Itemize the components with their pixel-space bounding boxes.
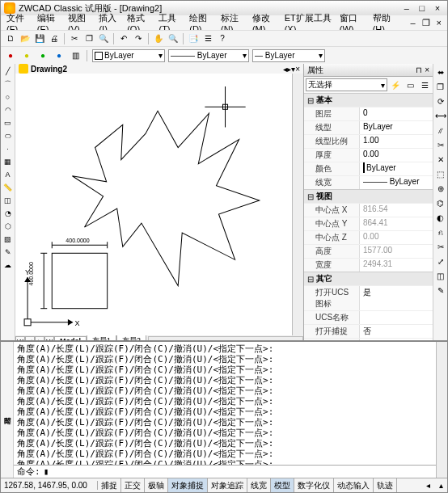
- minimize-button[interactable]: –: [400, 3, 413, 13]
- prop-layer-val[interactable]: 0: [359, 107, 433, 120]
- color-combo[interactable]: ByLayer▾: [92, 49, 165, 62]
- prop-linetype-val[interactable]: ByLayer: [359, 121, 433, 134]
- new-icon[interactable]: 🗋: [4, 32, 17, 45]
- more4-icon[interactable]: ▧: [2, 234, 14, 245]
- linetype-combo[interactable]: ——— ByLayer▾: [168, 49, 249, 62]
- layer-iso-icon[interactable]: ▥: [69, 49, 82, 62]
- layer-red-icon[interactable]: ●: [4, 49, 17, 62]
- arc-icon[interactable]: ◠: [2, 104, 14, 116]
- zoom-icon[interactable]: 🔍: [167, 32, 180, 45]
- prop-snap-val[interactable]: 否: [359, 325, 433, 338]
- pan-icon[interactable]: ✋: [152, 32, 165, 45]
- trim-icon[interactable]: ✂: [434, 138, 447, 151]
- close-button[interactable]: ×: [431, 3, 444, 13]
- mod5-icon[interactable]: ⎌: [434, 225, 447, 238]
- mod3-icon[interactable]: ⌬: [434, 196, 447, 209]
- layer-blue-icon[interactable]: ●: [53, 49, 66, 62]
- mod7-icon[interactable]: ⤢: [434, 255, 447, 268]
- prop-ucsname-val[interactable]: [359, 311, 433, 324]
- more1-icon[interactable]: ◫: [2, 195, 14, 206]
- point-icon[interactable]: ·: [2, 143, 14, 154]
- status-极轴[interactable]: 极轴: [145, 478, 168, 492]
- move-icon[interactable]: ⬌: [434, 65, 447, 78]
- rect-icon[interactable]: ▭: [2, 117, 14, 129]
- lineweight-combo[interactable]: — ByLayer▾: [252, 49, 325, 62]
- more5-icon[interactable]: ✎: [2, 247, 14, 258]
- select-objects-icon[interactable]: ▭: [404, 78, 416, 91]
- command-line[interactable]: 命令: ▮: [14, 465, 436, 478]
- mod2-icon[interactable]: ⊕: [434, 182, 447, 195]
- cut-icon[interactable]: ✂: [68, 32, 81, 45]
- layout1-tab[interactable]: 布局1: [87, 335, 116, 340]
- doc-close-icon[interactable]: ×: [295, 65, 300, 74]
- mod6-icon[interactable]: ✂: [434, 240, 447, 253]
- quick-select-icon[interactable]: ⚡: [389, 78, 402, 91]
- undo-icon[interactable]: ↶: [117, 32, 130, 45]
- mod4-icon[interactable]: ◐: [434, 211, 447, 224]
- status-模型[interactable]: 模型: [271, 478, 294, 492]
- canvas-vscroll[interactable]: [292, 74, 303, 335]
- rotate-icon[interactable]: ⟳: [434, 95, 447, 107]
- dist-icon[interactable]: 📏: [2, 182, 14, 193]
- prop-ltscale-val[interactable]: 1.00: [359, 135, 433, 148]
- mirror-icon[interactable]: ⟷: [434, 109, 447, 122]
- mdi-restore-button[interactable]: ❐: [420, 18, 433, 28]
- find-icon[interactable]: 🔍: [97, 32, 110, 45]
- open-icon[interactable]: 📂: [19, 32, 32, 45]
- maximize-button[interactable]: □: [416, 3, 429, 13]
- save-icon[interactable]: 💾: [33, 32, 46, 45]
- document-tab[interactable]: Drawing2 ◂ ▸ ▾ ×: [15, 64, 303, 74]
- selection-combo[interactable]: 无选择▾: [306, 78, 387, 91]
- cmd-vscroll[interactable]: [436, 342, 447, 478]
- status-up-icon[interactable]: ▴: [434, 479, 447, 492]
- status-轨迹[interactable]: 轨迹: [374, 478, 397, 492]
- mod8-icon[interactable]: ◫: [434, 269, 447, 282]
- status-对象捕捉[interactable]: 对象捕捉: [168, 478, 208, 492]
- more6-icon[interactable]: ☁: [2, 259, 14, 271]
- line-icon[interactable]: ╱: [2, 65, 14, 77]
- copy2-icon[interactable]: ❐: [434, 80, 447, 93]
- status-对象追踪[interactable]: 对象追踪: [208, 478, 247, 492]
- status-left-icon[interactable]: ◂: [421, 479, 434, 492]
- erase-icon[interactable]: ✕: [434, 153, 447, 166]
- print-icon[interactable]: 🖨: [48, 32, 61, 45]
- layout2-tab[interactable]: 布局2: [116, 335, 146, 340]
- pline-icon[interactable]: ⌒: [2, 78, 14, 90]
- layers-icon[interactable]: 📑: [187, 32, 200, 45]
- more3-icon[interactable]: ⬡: [2, 221, 14, 232]
- prop-close-icon[interactable]: ×: [425, 65, 429, 74]
- pickadd-icon[interactable]: ☰: [418, 78, 431, 91]
- help-icon[interactable]: ?: [216, 32, 229, 45]
- mdi-minimize-button[interactable]: –: [408, 18, 417, 27]
- offset-icon[interactable]: ⫽: [434, 124, 447, 137]
- status-正交[interactable]: 正交: [121, 478, 145, 492]
- copy-icon[interactable]: ❐: [82, 32, 95, 45]
- prop-color-val[interactable]: ByLayer: [359, 162, 433, 175]
- status-捕捉[interactable]: 捕捉: [98, 478, 121, 492]
- mod9-icon[interactable]: ✎: [434, 284, 447, 297]
- coords-display[interactable]: 1267.58, 1467.95, 0.00: [1, 481, 98, 490]
- drawing-canvas[interactable]: 400.0000 400.0000 X Y: [15, 74, 292, 335]
- mod1-icon[interactable]: ⬚: [434, 167, 447, 180]
- more2-icon[interactable]: ◔: [2, 208, 14, 219]
- prop-thickness-val[interactable]: 0.00: [359, 149, 433, 162]
- group-other[interactable]: 其它: [304, 272, 433, 285]
- text-icon[interactable]: A: [2, 169, 14, 180]
- status-动态输入[interactable]: 动态输入: [334, 478, 374, 492]
- group-basic[interactable]: 基本: [304, 93, 433, 107]
- layer-green-icon[interactable]: ●: [36, 49, 49, 62]
- prop-pin-icon[interactable]: ⊓: [416, 65, 422, 74]
- command-log[interactable]: 角度(A)/长度(L)/跟踪(F)/闭合(C)/撤消(U)/<指定下一点>: 角…: [14, 342, 436, 465]
- layer-yellow-icon[interactable]: ●: [20, 49, 33, 62]
- hatch-icon[interactable]: ▦: [2, 156, 14, 167]
- prop-lw-val[interactable]: ——— ByLayer: [359, 176, 433, 189]
- circle-icon[interactable]: ○: [2, 91, 14, 103]
- mdi-close-button[interactable]: ×: [434, 18, 444, 27]
- prop-ucsicon-val[interactable]: 是: [359, 286, 433, 310]
- ellipse-icon[interactable]: ⬭: [2, 130, 14, 141]
- redo-icon[interactable]: ↷: [132, 32, 145, 45]
- group-view[interactable]: 视图: [304, 189, 433, 203]
- status-数字化仪[interactable]: 数字化仪: [294, 478, 334, 492]
- status-线宽[interactable]: 线宽: [247, 478, 271, 492]
- props-icon[interactable]: ☰: [201, 32, 214, 45]
